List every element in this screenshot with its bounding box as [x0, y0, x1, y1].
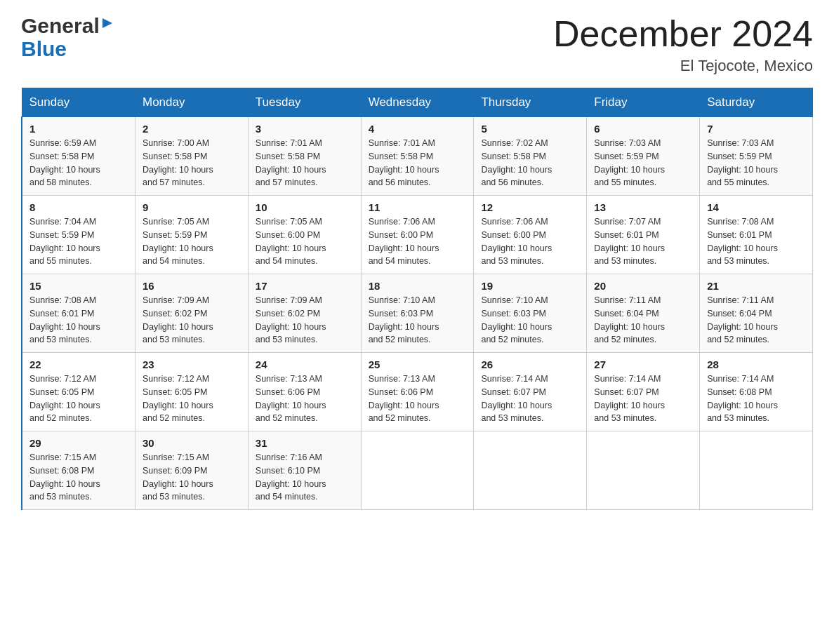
day-number: 15	[29, 280, 128, 292]
calendar-cell: 1Sunrise: 6:59 AMSunset: 5:58 PMDaylight…	[22, 117, 135, 196]
day-number: 8	[29, 201, 128, 213]
day-number: 14	[707, 201, 805, 213]
day-info: Sunrise: 7:16 AMSunset: 6:10 PMDaylight:…	[256, 451, 354, 504]
day-number: 11	[369, 201, 467, 213]
calendar-cell: 21Sunrise: 7:11 AMSunset: 6:04 PMDayligh…	[700, 274, 813, 353]
day-number: 27	[594, 358, 692, 370]
calendar-cell: 19Sunrise: 7:10 AMSunset: 6:03 PMDayligh…	[474, 274, 587, 353]
day-number: 9	[143, 201, 241, 213]
day-info: Sunrise: 7:00 AMSunset: 5:58 PMDaylight:…	[143, 137, 241, 189]
calendar-week-row: 22Sunrise: 7:12 AMSunset: 6:05 PMDayligh…	[22, 353, 813, 431]
day-info: Sunrise: 7:14 AMSunset: 6:07 PMDaylight:…	[481, 373, 579, 425]
day-number: 12	[481, 201, 579, 213]
calendar-cell	[474, 431, 587, 510]
calendar-cell	[361, 431, 474, 510]
day-info: Sunrise: 7:11 AMSunset: 6:04 PMDaylight:…	[707, 294, 805, 347]
col-header-saturday: Saturday	[700, 88, 813, 117]
day-info: Sunrise: 6:59 AMSunset: 5:58 PMDaylight:…	[29, 137, 128, 189]
calendar-cell	[587, 431, 700, 510]
calendar-cell: 26Sunrise: 7:14 AMSunset: 6:07 PMDayligh…	[474, 353, 587, 431]
day-number: 2	[143, 123, 241, 135]
day-info: Sunrise: 7:03 AMSunset: 5:59 PMDaylight:…	[707, 137, 805, 189]
calendar-cell: 18Sunrise: 7:10 AMSunset: 6:03 PMDayligh…	[361, 274, 474, 353]
calendar-cell: 4Sunrise: 7:01 AMSunset: 5:58 PMDaylight…	[361, 117, 474, 196]
calendar-cell: 14Sunrise: 7:08 AMSunset: 6:01 PMDayligh…	[700, 196, 813, 274]
svg-marker-0	[102, 18, 112, 28]
calendar-cell: 12Sunrise: 7:06 AMSunset: 6:00 PMDayligh…	[474, 196, 587, 274]
calendar-cell	[700, 431, 813, 510]
day-info: Sunrise: 7:08 AMSunset: 6:01 PMDaylight:…	[707, 215, 805, 268]
day-number: 3	[256, 123, 354, 135]
day-number: 24	[256, 358, 354, 370]
col-header-friday: Friday	[587, 88, 700, 117]
day-info: Sunrise: 7:13 AMSunset: 6:06 PMDaylight:…	[369, 373, 467, 425]
col-header-thursday: Thursday	[474, 88, 587, 117]
day-number: 31	[256, 437, 354, 449]
day-info: Sunrise: 7:09 AMSunset: 6:02 PMDaylight:…	[256, 294, 354, 347]
day-number: 10	[256, 201, 354, 213]
day-number: 6	[594, 123, 692, 135]
day-number: 5	[481, 123, 579, 135]
calendar-cell: 27Sunrise: 7:14 AMSunset: 6:07 PMDayligh…	[587, 353, 700, 431]
day-info: Sunrise: 7:12 AMSunset: 6:05 PMDaylight:…	[29, 373, 128, 425]
day-info: Sunrise: 7:05 AMSunset: 5:59 PMDaylight:…	[143, 215, 241, 268]
calendar-cell: 29Sunrise: 7:15 AMSunset: 6:08 PMDayligh…	[22, 431, 135, 510]
day-number: 26	[481, 358, 579, 370]
day-info: Sunrise: 7:06 AMSunset: 6:00 PMDaylight:…	[481, 215, 579, 268]
calendar-cell: 10Sunrise: 7:05 AMSunset: 6:00 PMDayligh…	[248, 196, 361, 274]
col-header-monday: Monday	[135, 88, 248, 117]
calendar-cell: 15Sunrise: 7:08 AMSunset: 6:01 PMDayligh…	[22, 274, 135, 353]
col-header-sunday: Sunday	[22, 88, 135, 117]
day-number: 19	[481, 280, 579, 292]
day-info: Sunrise: 7:08 AMSunset: 6:01 PMDaylight:…	[29, 294, 128, 347]
day-number: 30	[143, 437, 241, 449]
day-number: 17	[256, 280, 354, 292]
day-info: Sunrise: 7:06 AMSunset: 6:00 PMDaylight:…	[369, 215, 467, 268]
col-header-wednesday: Wednesday	[361, 88, 474, 117]
day-number: 20	[594, 280, 692, 292]
day-number: 28	[707, 358, 805, 370]
calendar-cell: 7Sunrise: 7:03 AMSunset: 5:59 PMDaylight…	[700, 117, 813, 196]
day-info: Sunrise: 7:09 AMSunset: 6:02 PMDaylight:…	[143, 294, 241, 347]
day-number: 18	[369, 280, 467, 292]
day-number: 23	[143, 358, 241, 370]
calendar-cell: 13Sunrise: 7:07 AMSunset: 6:01 PMDayligh…	[587, 196, 700, 274]
day-number: 1	[29, 123, 128, 135]
calendar-cell: 23Sunrise: 7:12 AMSunset: 6:05 PMDayligh…	[135, 353, 248, 431]
calendar-cell: 16Sunrise: 7:09 AMSunset: 6:02 PMDayligh…	[135, 274, 248, 353]
calendar-week-row: 15Sunrise: 7:08 AMSunset: 6:01 PMDayligh…	[22, 274, 813, 353]
calendar-cell: 17Sunrise: 7:09 AMSunset: 6:02 PMDayligh…	[248, 274, 361, 353]
day-info: Sunrise: 7:12 AMSunset: 6:05 PMDaylight:…	[143, 373, 241, 425]
calendar-cell: 5Sunrise: 7:02 AMSunset: 5:58 PMDaylight…	[474, 117, 587, 196]
day-number: 7	[707, 123, 805, 135]
day-info: Sunrise: 7:04 AMSunset: 5:59 PMDaylight:…	[29, 215, 128, 268]
calendar-week-row: 1Sunrise: 6:59 AMSunset: 5:58 PMDaylight…	[22, 117, 813, 196]
day-info: Sunrise: 7:07 AMSunset: 6:01 PMDaylight:…	[594, 215, 692, 268]
calendar-cell: 24Sunrise: 7:13 AMSunset: 6:06 PMDayligh…	[248, 353, 361, 431]
col-header-tuesday: Tuesday	[248, 88, 361, 117]
calendar-cell: 28Sunrise: 7:14 AMSunset: 6:08 PMDayligh…	[700, 353, 813, 431]
day-info: Sunrise: 7:01 AMSunset: 5:58 PMDaylight:…	[256, 137, 354, 189]
logo-arrow-icon	[100, 15, 115, 34]
day-info: Sunrise: 7:15 AMSunset: 6:08 PMDaylight:…	[29, 451, 128, 504]
day-number: 22	[29, 358, 128, 370]
day-number: 13	[594, 201, 692, 213]
calendar-cell: 25Sunrise: 7:13 AMSunset: 6:06 PMDayligh…	[361, 353, 474, 431]
day-number: 16	[143, 280, 241, 292]
day-info: Sunrise: 7:03 AMSunset: 5:59 PMDaylight:…	[594, 137, 692, 189]
location-title: El Tejocote, Mexico	[553, 57, 813, 75]
calendar-table: SundayMondayTuesdayWednesdayThursdayFrid…	[21, 88, 813, 510]
day-info: Sunrise: 7:14 AMSunset: 6:07 PMDaylight:…	[594, 373, 692, 425]
calendar-cell: 22Sunrise: 7:12 AMSunset: 6:05 PMDayligh…	[22, 353, 135, 431]
calendar-cell: 9Sunrise: 7:05 AMSunset: 5:59 PMDaylight…	[135, 196, 248, 274]
day-info: Sunrise: 7:02 AMSunset: 5:58 PMDaylight:…	[481, 137, 579, 189]
calendar-cell: 2Sunrise: 7:00 AMSunset: 5:58 PMDaylight…	[135, 117, 248, 196]
calendar-cell: 6Sunrise: 7:03 AMSunset: 5:59 PMDaylight…	[587, 117, 700, 196]
day-info: Sunrise: 7:15 AMSunset: 6:09 PMDaylight:…	[143, 451, 241, 504]
logo-general: General	[21, 14, 100, 37]
calendar-cell: 20Sunrise: 7:11 AMSunset: 6:04 PMDayligh…	[587, 274, 700, 353]
day-info: Sunrise: 7:13 AMSunset: 6:06 PMDaylight:…	[256, 373, 354, 425]
title-area: December 2024 El Tejocote, Mexico	[553, 14, 813, 75]
day-number: 25	[369, 358, 467, 370]
logo: General Blue	[21, 14, 115, 60]
